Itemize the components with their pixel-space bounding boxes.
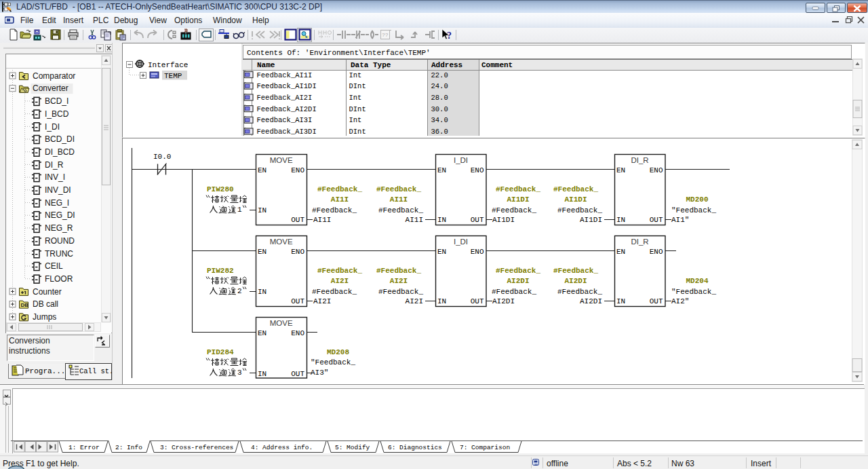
svg-text:ENO: ENO [291,248,304,256]
svg-text:ENO: ENO [291,329,304,337]
svg-text:I_DI: I_DI [454,238,468,246]
svg-text:#Feedback_: #Feedback_ [492,206,536,214]
svg-text:NEG_I: NEG_I [45,198,69,208]
svg-text:MD200: MD200 [686,195,708,204]
svg-text:DB: DB [21,302,29,308]
svg-text:AI1DI: AI1DI [564,195,587,204]
svg-text:AI2DI: AI2DI [580,297,602,305]
svg-text:#Feedback_: #Feedback_ [557,206,602,214]
svg-text:AI1I: AI1I [390,195,408,204]
svg-text:??: ?? [382,32,389,38]
svg-text:Address: Address [431,61,462,69]
svg-text:#Feedback_: #Feedback_ [317,267,362,275]
svg-text:AI2I: AI2I [406,297,423,305]
svg-text:Feedback_AI1I: Feedback_AI1I [257,71,313,79]
svg-text:AI3": AI3" [311,369,328,377]
svg-text:Progra...: Progra... [25,367,65,375]
svg-text:OUT: OUT [471,216,484,224]
svg-text:IN: IN [437,297,446,305]
svg-text:OUT: OUT [291,370,304,378]
svg-text:#Feedback_: #Feedback_ [376,185,421,193]
svg-text:IN: IN [616,216,625,224]
svg-text:EN: EN [437,248,446,256]
svg-text:#Feedback_: #Feedback_ [553,185,598,193]
svg-text:22.0: 22.0 [431,71,448,79]
svg-text:I_DI: I_DI [45,122,60,132]
svg-text:DI_R: DI_R [45,160,64,170]
svg-text:IN: IN [258,288,267,296]
svg-text:#Feedback_: #Feedback_ [378,206,423,214]
svg-text:Feedback_AI3DI: Feedback_AI3DI [257,128,317,136]
svg-text:AI1DI: AI1DI [580,216,602,224]
svg-text:EN: EN [616,248,625,256]
svg-text:Call st.: Call st. [79,367,112,375]
svg-text:I0.0: I0.0 [153,153,171,161]
svg-text:EN: EN [258,329,267,337]
svg-text:I_BCD: I_BCD [45,109,69,119]
svg-text:INV_DI: INV_DI [45,185,71,195]
svg-text:IN: IN [616,297,625,305]
svg-text:ENO: ENO [650,248,663,256]
svg-text:28.0: 28.0 [431,94,448,102]
svg-text:OUT: OUT [291,297,304,305]
svg-text:AI1": AI1" [671,216,689,224]
svg-text:ENO: ENO [291,166,304,174]
svg-text:4: Address info.: 4: Address info. [251,444,313,451]
svg-text:ENO: ENO [471,248,484,256]
svg-text:MOVE: MOVE [270,156,293,164]
svg-text:#Feedback_: #Feedback_ [376,267,421,275]
svg-text:36.0: 36.0 [431,128,448,136]
svg-text:NEG_DI: NEG_DI [45,210,75,220]
svg-text:BCD_DI: BCD_DI [45,134,75,144]
svg-text:2: 2 [237,287,242,295]
svg-text:DInt: DInt [349,82,366,90]
svg-text:EN: EN [616,166,625,174]
svg-text:IN: IN [437,216,446,224]
svg-text:AI1I: AI1I [313,216,331,224]
svg-text:Data Type: Data Type [351,61,391,69]
svg-text:AI2DI: AI2DI [507,277,529,285]
svg-text:#Feedback_: #Feedback_ [496,185,540,193]
svg-text:"Feedback_: "Feedback_ [671,206,716,214]
svg-text:MOVE: MOVE [270,319,293,327]
svg-text:ENO: ENO [471,166,484,174]
svg-text:DI_BCD: DI_BCD [45,147,75,157]
svg-text:"Feedback_: "Feedback_ [671,288,716,296]
svg-text:INV_I: INV_I [45,172,65,182]
svg-text:#Feedback_: #Feedback_ [312,288,357,296]
svg-text:AI2I: AI2I [331,277,349,285]
svg-text:AI2": AI2" [671,297,689,305]
svg-text:EN: EN [437,166,446,174]
svg-text:AI1I: AI1I [406,216,423,224]
svg-text:Feedback_AI3I: Feedback_AI3I [257,116,313,124]
svg-text:PIW282: PIW282 [207,267,234,275]
svg-text:#Feedback_: #Feedback_ [312,206,357,214]
svg-text:#Feedback_: #Feedback_ [317,185,362,193]
svg-text:FLOOR: FLOOR [45,274,73,284]
svg-text:IN: IN [258,370,267,378]
svg-text:AI2DI: AI2DI [492,297,515,305]
svg-text:#Feedback_: #Feedback_ [496,267,540,275]
svg-text:?: ? [447,31,452,41]
svg-text:34.0: 34.0 [431,116,448,124]
svg-text:EN: EN [258,166,267,174]
svg-text:Comparator: Comparator [33,71,75,81]
svg-text:30.0: 30.0 [431,105,448,113]
svg-text:Feedback_AI2I: Feedback_AI2I [257,94,313,102]
svg-text:Int: Int [349,94,362,102]
svg-text:TRUNC: TRUNC [45,249,73,259]
svg-text:DInt: DInt [349,128,366,136]
svg-text:Comment: Comment [481,61,513,69]
svg-text:TEMP: TEMP [164,72,182,80]
svg-text:Converter: Converter [33,83,68,93]
svg-text:Interface: Interface [148,61,188,69]
svg-text:PIW280: PIW280 [207,185,234,193]
svg-text:DI_R: DI_R [631,156,648,164]
svg-text:1: Error: 1: Error [68,444,100,451]
svg-text:BCD_I: BCD_I [45,96,68,106]
svg-text:1: 1 [237,206,242,214]
svg-text:24.0: 24.0 [431,82,448,90]
svg-text:#Feedback_: #Feedback_ [492,288,536,296]
svg-text:OUT: OUT [650,297,663,305]
svg-text:6: Diagnostics: 6: Diagnostics [388,444,442,451]
